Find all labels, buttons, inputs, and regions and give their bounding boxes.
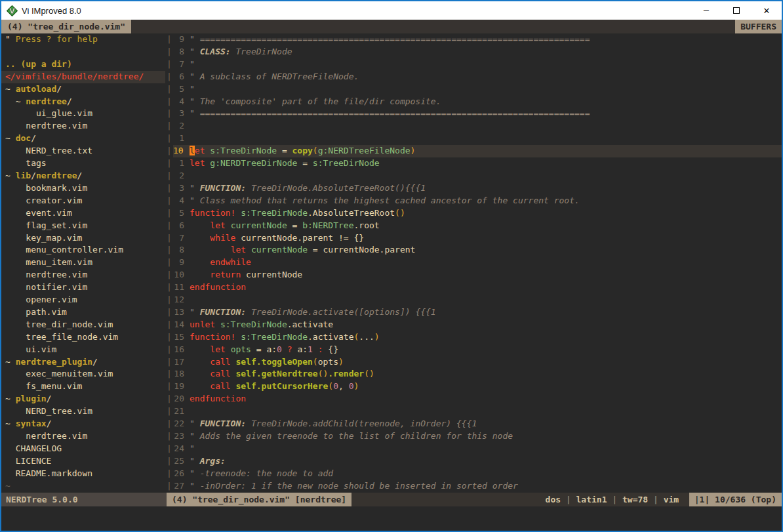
tree-item[interactable]: ~ doc/ bbox=[5, 133, 165, 145]
code-line[interactable]: 9 endwhile bbox=[173, 256, 782, 269]
editor-panel[interactable]: 9" =====================================… bbox=[173, 33, 782, 493]
tree-item[interactable]: ~ lib/nerdtree/ bbox=[5, 170, 165, 182]
code-line[interactable]: 25" Args: bbox=[173, 455, 782, 468]
separator-glyph: | bbox=[165, 232, 173, 245]
code-line[interactable]: 23" Adds the given treenode to the list … bbox=[173, 430, 782, 443]
tree-item[interactable]: notifier.vim bbox=[5, 281, 165, 294]
code-line[interactable]: 5" bbox=[173, 83, 782, 96]
tree-item[interactable]: ~ bbox=[5, 480, 165, 493]
code-line[interactable]: 2 bbox=[173, 120, 782, 133]
code-line[interactable]: 7 while currentNode.parent != {} bbox=[173, 232, 782, 245]
code-line[interactable]: 6" A subclass of NERDTreeFileNode. bbox=[173, 71, 782, 83]
code-token: opener.vim bbox=[5, 295, 77, 304]
code-token: function! bbox=[190, 332, 235, 342]
code-line[interactable]: 10let s:TreeDirNode = copy(g:NERDTreeFil… bbox=[173, 145, 782, 157]
code-line[interactable]: 22" FUNCTION: TreeDirNode.addChild(treen… bbox=[173, 418, 782, 430]
minimize-button[interactable]: ─ bbox=[691, 1, 721, 20]
code-line[interactable]: 1let g:NERDTreeDirNode = s:TreeDirNode bbox=[173, 157, 782, 170]
tree-item[interactable]: bookmark.vim bbox=[5, 182, 165, 195]
code-line[interactable]: 26" -treenode: the node to add bbox=[173, 468, 782, 480]
tree-item[interactable]: ~ syntax/ bbox=[5, 418, 165, 430]
code-line[interactable]: 3" =====================================… bbox=[173, 108, 782, 120]
code-line[interactable]: 7" bbox=[173, 58, 782, 71]
code-line[interactable]: 17 call self.toggleOpen(opts) bbox=[173, 356, 782, 369]
separator-glyph: | bbox=[165, 108, 173, 120]
tree-item[interactable]: ~ plugin/ bbox=[5, 393, 165, 405]
code-line[interactable]: 6 let currentNode = b:NERDTree.root bbox=[173, 220, 782, 232]
code-line[interactable]: 8 let currentNode = currentNode.parent bbox=[173, 244, 782, 256]
code-line[interactable]: 20endfunction bbox=[173, 393, 782, 405]
tree-item[interactable]: creator.vim bbox=[5, 195, 165, 207]
tab-tree-dir-node[interactable]: (4) "tree_dir_node.vim" bbox=[1, 20, 131, 33]
code-line[interactable]: 2 bbox=[173, 170, 782, 182]
minimize-icon: ─ bbox=[704, 6, 709, 16]
tree-item[interactable]: ui.vim bbox=[5, 344, 165, 356]
tree-item[interactable]: path.vim bbox=[5, 306, 165, 319]
window-separator[interactable]: ||||||||||||||||||||||||||||||||||||| bbox=[165, 33, 173, 493]
tree-item[interactable]: menu_controller.vim bbox=[5, 244, 165, 256]
code-token: l bbox=[190, 146, 195, 155]
tree-item[interactable]: ~ nerdtree_plugin/ bbox=[5, 356, 165, 369]
code-line[interactable]: 10 return currentNode bbox=[173, 269, 782, 281]
tree-item[interactable]: </vimfiles/bundle/nerdtree/ bbox=[1, 71, 165, 83]
code-token: unlet bbox=[190, 319, 215, 329]
tree-item[interactable]: LICENCE bbox=[5, 455, 165, 468]
code-line[interactable]: 8" CLASS: TreeDirNode bbox=[173, 46, 782, 58]
tree-item[interactable]: NERD_tree.vim bbox=[5, 405, 165, 418]
code-token: plugin bbox=[16, 394, 47, 403]
code-line[interactable]: 14unlet s:TreeDirNode.activate bbox=[173, 319, 782, 331]
line-number: 21 bbox=[173, 405, 184, 418]
code-line[interactable]: 24" bbox=[173, 443, 782, 455]
code-token: / bbox=[31, 171, 36, 180]
code-token bbox=[190, 369, 210, 379]
code-line[interactable]: 21 bbox=[173, 405, 782, 418]
code-token: " bbox=[190, 84, 195, 94]
tree-item[interactable]: ~ autoload/ bbox=[5, 83, 165, 96]
tree-item[interactable]: opener.vim bbox=[5, 294, 165, 306]
code-line[interactable]: 11endfunction bbox=[173, 281, 782, 294]
code-line[interactable]: 3" FUNCTION: TreeDirNode.AbsoluteTreeRoo… bbox=[173, 182, 782, 195]
tree-item[interactable]: ui_glue.vim bbox=[5, 108, 165, 120]
code-token: let bbox=[210, 220, 225, 230]
tree-item[interactable]: tags bbox=[5, 157, 165, 170]
tree-item[interactable]: menu_item.vim bbox=[5, 256, 165, 269]
close-button[interactable]: ✕ bbox=[752, 1, 782, 20]
code-token: .activate bbox=[287, 319, 333, 329]
tree-item[interactable]: CHANGELOG bbox=[5, 443, 165, 455]
code-token: " bbox=[190, 419, 200, 428]
tree-item[interactable]: event.vim bbox=[5, 207, 165, 220]
tree-item[interactable]: nerdtree.vim bbox=[5, 120, 165, 133]
code-line[interactable]: 4" The 'composite' part of the file/dir … bbox=[173, 96, 782, 108]
code-line[interactable]: 9" =====================================… bbox=[173, 33, 782, 46]
code-token: path.vim bbox=[5, 307, 67, 317]
tab-line: (4) "tree_dir_node.vim" BUFFERS bbox=[1, 20, 782, 33]
code-line[interactable]: 12 bbox=[173, 294, 782, 306]
code-line[interactable]: 5function! s:TreeDirNode.AbsoluteTreeRoo… bbox=[173, 207, 782, 220]
code-line[interactable]: 27" -inOrder: 1 if the new node should b… bbox=[173, 480, 782, 493]
tree-item[interactable]: exec_menuitem.vim bbox=[5, 368, 165, 380]
code-line[interactable]: 1 bbox=[173, 133, 782, 145]
tree-item[interactable]: nerdtree.vim bbox=[5, 269, 165, 281]
command-line[interactable] bbox=[1, 506, 782, 531]
code-line[interactable]: 19 call self.putCursorHere(0, 0) bbox=[173, 380, 782, 393]
tree-item[interactable]: tree_file_node.vim bbox=[5, 331, 165, 344]
code-line[interactable]: 16 let opts = a:0 ? a:1 : {} bbox=[173, 344, 782, 356]
tree-item[interactable]: flag_set.vim bbox=[5, 220, 165, 232]
code-token: flag_set.vim bbox=[5, 220, 87, 230]
code-line[interactable]: 15function! s:TreeDirNode.activate(...) bbox=[173, 331, 782, 344]
code-line[interactable]: 4" Class method that returns the highest… bbox=[173, 195, 782, 207]
maximize-button[interactable] bbox=[721, 1, 752, 20]
tree-item[interactable]: nerdtree.vim bbox=[5, 430, 165, 443]
code-line[interactable]: 13" FUNCTION: TreeDirNode.activate([opti… bbox=[173, 306, 782, 319]
tree-item[interactable]: ~ nerdtree/ bbox=[5, 96, 165, 108]
tree-item[interactable]: README.markdown bbox=[5, 468, 165, 480]
code-line[interactable]: 18 call self.getNerdtree().render() bbox=[173, 368, 782, 380]
tree-item[interactable]: .. (up a dir) bbox=[5, 58, 165, 71]
tree-item[interactable]: fs_menu.vim bbox=[5, 380, 165, 393]
tree-item[interactable]: NERD_tree.txt bbox=[5, 145, 165, 157]
tree-item[interactable]: tree_dir_node.vim bbox=[5, 319, 165, 331]
tree-item[interactable]: key_map.vim bbox=[5, 232, 165, 245]
tree-item[interactable]: " Press ? for help bbox=[5, 33, 165, 46]
code-token: .root bbox=[353, 220, 379, 230]
separator-glyph: | bbox=[165, 195, 173, 207]
